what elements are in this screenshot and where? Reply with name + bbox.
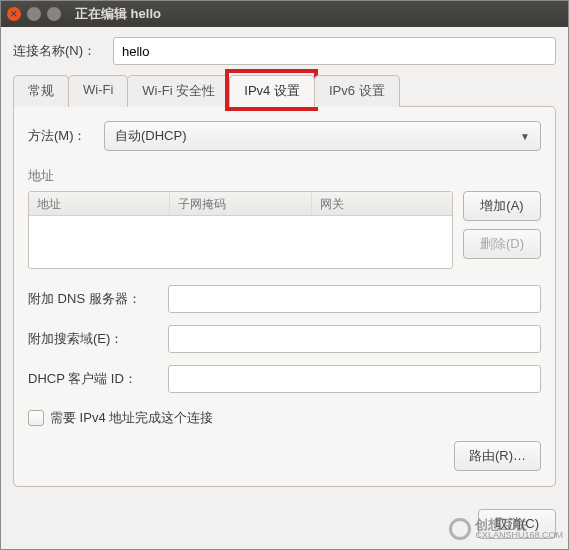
- search-row: 附加搜索域(E)：: [28, 325, 541, 353]
- editor-window: ✕ 正在编辑 hello 连接名称(N)： 常规 Wi-Fi Wi-Fi 安全性…: [0, 0, 569, 550]
- maximize-icon[interactable]: [47, 7, 61, 21]
- search-input[interactable]: [168, 325, 541, 353]
- address-area: 地址 子网掩码 网关 增加(A) 删除(D): [28, 191, 541, 269]
- col-address: 地址: [29, 192, 170, 215]
- titlebar: ✕ 正在编辑 hello: [1, 1, 568, 27]
- address-table-head: 地址 子网掩码 网关: [29, 192, 452, 216]
- search-label: 附加搜索域(E)：: [28, 330, 168, 348]
- content-area: 连接名称(N)： 常规 Wi-Fi Wi-Fi 安全性 IPv4 设置 IPv6…: [1, 27, 568, 499]
- delete-button[interactable]: 删除(D): [463, 229, 541, 259]
- dhcp-label: DHCP 客户端 ID：: [28, 370, 168, 388]
- tab-wifi[interactable]: Wi-Fi: [68, 75, 128, 107]
- address-section-label: 地址: [28, 167, 541, 185]
- method-dropdown[interactable]: 自动(DHCP) ▼: [104, 121, 541, 151]
- routes-row: 路由(R)…: [28, 441, 541, 471]
- address-buttons: 增加(A) 删除(D): [463, 191, 541, 269]
- tabs: 常规 Wi-Fi Wi-Fi 安全性 IPv4 设置 IPv6 设置: [13, 75, 556, 107]
- connection-name-row: 连接名称(N)：: [13, 37, 556, 65]
- require-checkbox[interactable]: [28, 410, 44, 426]
- footer: 取消(C): [1, 499, 568, 549]
- tab-general[interactable]: 常规: [13, 75, 69, 107]
- ipv4-panel: 方法(M)： 自动(DHCP) ▼ 地址 地址 子网掩码 网关 增加(A): [13, 106, 556, 487]
- tab-ipv4-settings[interactable]: IPv4 设置: [229, 75, 315, 107]
- method-row: 方法(M)： 自动(DHCP) ▼: [28, 121, 541, 151]
- chevron-down-icon: ▼: [520, 131, 530, 142]
- address-table[interactable]: 地址 子网掩码 网关: [28, 191, 453, 269]
- dns-label: 附加 DNS 服务器：: [28, 290, 168, 308]
- close-icon[interactable]: ✕: [7, 7, 21, 21]
- cancel-button[interactable]: 取消(C): [478, 509, 556, 539]
- dns-input[interactable]: [168, 285, 541, 313]
- dhcp-input[interactable]: [168, 365, 541, 393]
- col-netmask: 子网掩码: [170, 192, 311, 215]
- require-label: 需要 IPv4 地址完成这个连接: [50, 409, 213, 427]
- tab-wifi-security[interactable]: Wi-Fi 安全性: [127, 75, 230, 107]
- minimize-icon[interactable]: [27, 7, 41, 21]
- method-selected: 自动(DHCP): [115, 127, 187, 145]
- dns-row: 附加 DNS 服务器：: [28, 285, 541, 313]
- connection-name-label: 连接名称(N)：: [13, 42, 113, 60]
- col-gateway: 网关: [312, 192, 452, 215]
- method-label: 方法(M)：: [28, 127, 104, 145]
- dhcp-row: DHCP 客户端 ID：: [28, 365, 541, 393]
- require-row: 需要 IPv4 地址完成这个连接: [28, 409, 541, 427]
- routes-button[interactable]: 路由(R)…: [454, 441, 541, 471]
- connection-name-input[interactable]: [113, 37, 556, 65]
- add-button[interactable]: 增加(A): [463, 191, 541, 221]
- window-title: 正在编辑 hello: [75, 5, 161, 23]
- tab-ipv6-settings[interactable]: IPv6 设置: [314, 75, 400, 107]
